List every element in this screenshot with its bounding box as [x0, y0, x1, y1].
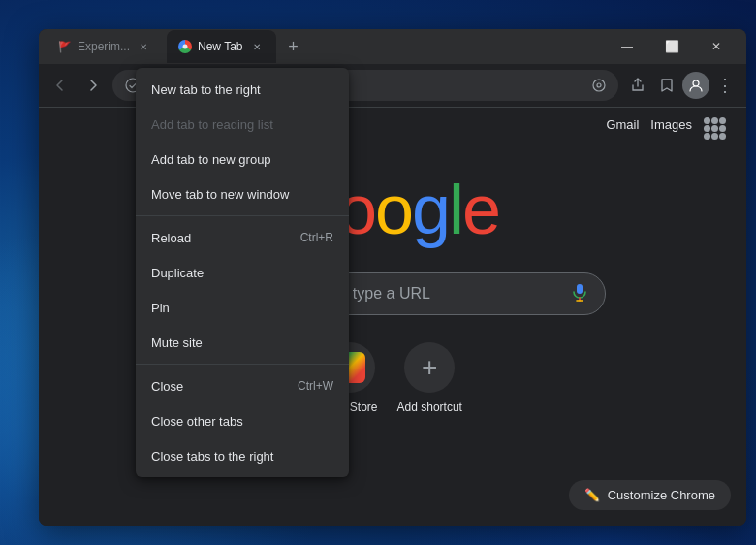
mic-icon[interactable] — [570, 282, 589, 306]
forward-button[interactable] — [79, 72, 107, 99]
menu-item-close-right[interactable]: Close tabs to the right — [136, 438, 349, 473]
title-bar: 🚩 Experim... ✕ New Tab ✕ + — ⬜ ✕ — [39, 29, 746, 64]
customize-icon: ✏️ — [584, 488, 600, 502]
toolbar-actions: ⋮ — [624, 72, 739, 99]
back-button[interactable] — [47, 72, 74, 99]
tab-experiments-title: Experim... — [78, 40, 130, 53]
logo-l: l — [449, 171, 462, 248]
add-shortcut-label: Add shortcut — [397, 401, 462, 414]
menu-item-mute[interactable]: Mute site — [136, 325, 349, 360]
logo-g2: g — [412, 171, 449, 248]
menu-item-add-new-group[interactable]: Add tab to new group — [136, 142, 349, 176]
maximize-button[interactable]: ⬜ — [649, 29, 694, 64]
logo-e: e — [462, 171, 499, 248]
chrome-favicon — [178, 40, 192, 53]
menu-item-add-reading-list: Add tab to reading list — [136, 107, 349, 142]
menu-item-close[interactable]: Close Ctrl+W — [136, 369, 349, 403]
bookmark-icon-button[interactable] — [653, 72, 680, 99]
location-icon — [592, 79, 606, 92]
add-shortcut-icon: + — [404, 342, 455, 393]
svg-point-1 — [593, 80, 605, 91]
svg-point-3 — [693, 80, 699, 86]
menu-item-duplicate[interactable]: Duplicate — [136, 255, 349, 290]
menu-item-new-tab-right[interactable]: New tab to the right — [136, 72, 349, 107]
gmail-link[interactable]: Gmail — [606, 117, 639, 141]
menu-divider-2 — [136, 364, 349, 365]
customize-label: Customize Chrome — [608, 488, 715, 502]
menu-item-move-window[interactable]: Move tab to new window — [136, 176, 349, 211]
profile-icon-button[interactable] — [682, 72, 709, 99]
apps-icon[interactable] — [704, 117, 727, 141]
experiments-favicon: 🚩 — [58, 40, 72, 53]
browser-window: 🚩 Experim... ✕ New Tab ✕ + — ⬜ ✕ — [39, 29, 746, 526]
customize-chrome-button[interactable]: ✏️ Customize Chrome — [569, 480, 731, 510]
window-controls: — ⬜ ✕ — [605, 29, 739, 64]
menu-icon-button[interactable]: ⋮ — [711, 72, 739, 99]
tab-experiments-close[interactable]: ✕ — [136, 39, 151, 54]
menu-divider-1 — [136, 215, 349, 216]
tab-experiments[interactable]: 🚩 Experim... ✕ — [47, 30, 163, 63]
share-icon-button[interactable] — [624, 72, 651, 99]
tab-new[interactable]: New Tab ✕ — [167, 30, 275, 63]
svg-rect-5 — [577, 284, 583, 294]
context-menu: New tab to the right Add tab to reading … — [136, 68, 349, 477]
images-link[interactable]: Images — [650, 117, 692, 141]
menu-item-close-other[interactable]: Close other tabs — [136, 403, 349, 438]
tab-new-title: New Tab — [198, 40, 242, 53]
new-tab-button[interactable]: + — [280, 33, 307, 60]
svg-point-2 — [597, 83, 601, 87]
logo-o2: o — [375, 171, 412, 248]
tab-new-close[interactable]: ✕ — [249, 39, 265, 54]
menu-item-reload[interactable]: Reload Ctrl+R — [136, 220, 349, 255]
minimize-button[interactable]: — — [605, 29, 649, 64]
close-button[interactable]: ✕ — [694, 29, 739, 64]
menu-item-pin[interactable]: Pin — [136, 290, 349, 325]
shortcut-add[interactable]: + Add shortcut — [397, 342, 462, 414]
